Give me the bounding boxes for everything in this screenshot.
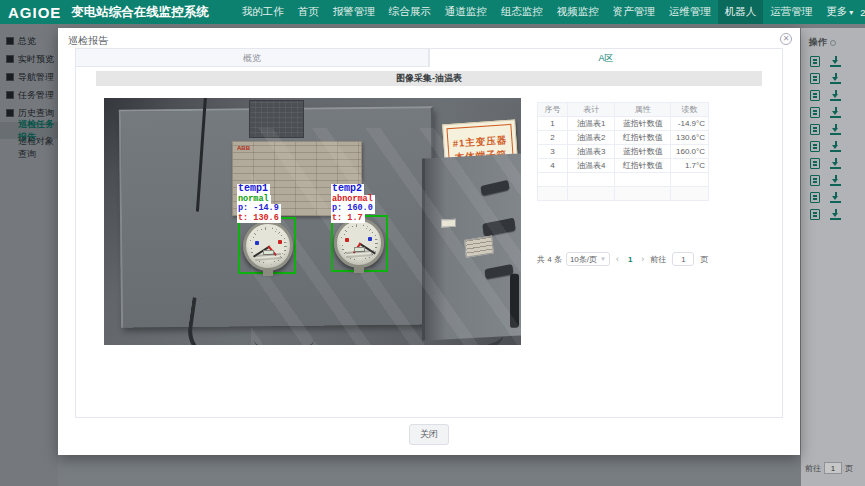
app-logo: AGIOE: [8, 4, 61, 21]
table-row[interactable]: 1 油温表1 蓝指针数值 -14.9°C: [538, 117, 709, 131]
temperature-gauge-2: [334, 218, 384, 268]
cell-attribute: 蓝指针数值: [615, 145, 671, 159]
cell-meter: 油温表4: [567, 159, 615, 173]
modal-title: 巡检报告: [68, 34, 108, 48]
report-content: 图像采集-油温表 ABB #1主变压器 本体端子箱: [75, 66, 783, 418]
plate-logo: ABB: [237, 145, 250, 151]
nav-video-monitor[interactable]: 视频监控: [550, 0, 606, 24]
cell-attribute: 红指针数值: [615, 159, 671, 173]
cell-meter: 油温表3: [567, 145, 615, 159]
table-row-empty: [538, 187, 709, 201]
nav-alarm-mgmt[interactable]: 报警管理: [326, 0, 382, 24]
tab-area-a[interactable]: A区: [429, 48, 783, 67]
annotation-name: temp2: [331, 184, 364, 195]
nav-comprehensive-display[interactable]: 综合展示: [382, 0, 438, 24]
report-tabs: 概览 A区: [75, 48, 783, 67]
col-seq: 序号: [538, 103, 568, 117]
inspection-photo: ABB #1主变压器 本体端子箱 te: [104, 98, 521, 345]
section-title: 图像采集-油温表: [96, 71, 762, 86]
detection-annotation-temp1: temp1 normal p: -14.9 t: 130.6: [237, 184, 281, 223]
cell-reading: -14.9°C: [671, 117, 709, 131]
cell-seq: 2: [538, 131, 568, 145]
nav-home[interactable]: 首页: [291, 0, 326, 24]
cell-meter: 油温表1: [567, 117, 615, 131]
nav-ops-mgmt[interactable]: 运维管理: [662, 0, 718, 24]
table-row[interactable]: 4 油温表4 红指针数值 1.7°C: [538, 159, 709, 173]
cell-reading: 130.6°C: [671, 131, 709, 145]
app-header: AGIOE 变电站综合在线监控系统 我的工作 首页 报警管理 综合展示 通道监控…: [0, 0, 865, 24]
nav-more-label: 更多: [826, 5, 847, 19]
page-size-value: 10条/页: [570, 254, 597, 265]
close-button[interactable]: 关闭: [409, 424, 449, 445]
app-title: 变电站综合在线监控系统: [71, 4, 209, 21]
page-size-select[interactable]: 10条/页 ▼: [566, 252, 610, 266]
caret-down-icon: ▾: [849, 8, 853, 17]
cell-seq: 1: [538, 117, 568, 131]
col-meter: 表计: [567, 103, 615, 117]
page-number[interactable]: 1: [625, 255, 635, 264]
pagination: 共 4 条 10条/页 ▼ ‹ 1 › 前往 页: [537, 252, 742, 266]
page-label: 页: [700, 254, 708, 265]
nav-operation-mgmt[interactable]: 运营管理: [763, 0, 819, 24]
caret-down-icon: ▼: [600, 256, 606, 262]
nav-more[interactable]: 更多 ▾: [819, 0, 860, 24]
header-datetime: 2024/03/04 16:13:56: [860, 7, 865, 18]
cell-reading: 160.0°C: [671, 145, 709, 159]
annotation-name: temp1: [237, 184, 270, 195]
table-header-row: 序号 表计 属性 读数: [538, 103, 709, 117]
nav-channel-monitor[interactable]: 通道监控: [438, 0, 494, 24]
readings-table: 序号 表计 属性 读数 1 油温表1 蓝指针数值 -14.9°C 2: [537, 102, 709, 201]
annotation-t-value: t: 1.7: [331, 214, 365, 224]
chevron-right-icon[interactable]: ›: [639, 254, 646, 264]
close-icon[interactable]: ✕: [780, 33, 792, 45]
inspection-report-modal: 巡检报告 ✕ 概览 A区 图像采集-油温表 ABB #1主变压器 本体端子箱: [58, 28, 800, 455]
nav-robot[interactable]: 机器人: [718, 0, 764, 24]
nav-config-monitor[interactable]: 组态监控: [494, 0, 550, 24]
table-row[interactable]: 2 油温表2 红指针数值 130.6°C: [538, 131, 709, 145]
table-row-empty: [538, 173, 709, 187]
goto-label: 前往: [650, 254, 666, 265]
cell-seq: 3: [538, 145, 568, 159]
detection-annotation-temp2: temp2 abnormal p: 160.0 t: 1.7: [331, 184, 375, 223]
cell-seq: 4: [538, 159, 568, 173]
gauge-foot: [263, 268, 273, 276]
table-row[interactable]: 3 油温表3 蓝指针数值 160.0°C: [538, 145, 709, 159]
readings-panel: 序号 表计 属性 读数 1 油温表1 蓝指针数值 -14.9°C 2: [537, 102, 742, 266]
cell-attribute: 蓝指针数值: [615, 117, 671, 131]
pagination-total: 共 4 条: [537, 254, 562, 265]
col-reading: 读数: [671, 103, 709, 117]
nav-my-work[interactable]: 我的工作: [235, 0, 291, 24]
temperature-gauge-1: [243, 221, 293, 271]
annotation-t-value: t: 130.6: [237, 214, 281, 224]
gauge-foot: [354, 265, 364, 273]
nav-asset-mgmt[interactable]: 资产管理: [606, 0, 662, 24]
tab-overview[interactable]: 概览: [75, 48, 429, 67]
cell-meter: 油温表2: [567, 131, 615, 145]
col-attribute: 属性: [615, 103, 671, 117]
chevron-left-icon[interactable]: ‹: [614, 254, 621, 264]
main-nav: 我的工作 首页 报警管理 综合展示 通道监控 组态监控 视频监控 资产管理 运维…: [235, 0, 861, 24]
cell-reading: 1.7°C: [671, 159, 709, 173]
cell-attribute: 红指针数值: [615, 131, 671, 145]
goto-page-input[interactable]: [672, 252, 694, 266]
